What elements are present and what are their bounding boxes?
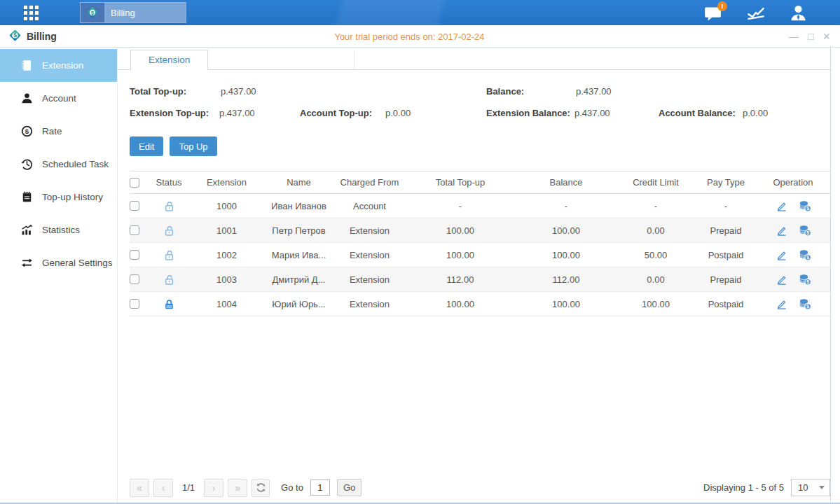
- first-page-button[interactable]: «: [130, 479, 149, 497]
- edit-icon[interactable]: [776, 200, 787, 212]
- cell-extension: 1003: [191, 274, 263, 285]
- cell-extension: 1004: [191, 299, 263, 309]
- svg-text:$: $: [806, 255, 809, 260]
- extension-topup-label: Extension Top-up:: [130, 108, 209, 118]
- tab-extension[interactable]: Extension: [130, 50, 208, 71]
- extension-topup-value: p.437.00: [219, 108, 255, 118]
- sidebar-item-label: Scheduled Task: [42, 159, 109, 169]
- topup-history-icon: [21, 191, 33, 203]
- topup-icon[interactable]: $: [799, 273, 811, 286]
- topup-icon[interactable]: $: [799, 298, 811, 310]
- table-row[interactable]: 1003 Дмитрий Д... Extension 112.00 112.0…: [130, 267, 830, 292]
- table-row[interactable]: 1000 Иван Иванов Account - - - - $: [130, 194, 830, 218]
- topup-icon[interactable]: $: [799, 248, 811, 261]
- cell-extension: 1000: [191, 201, 263, 211]
- minimize-icon[interactable]: —: [789, 31, 799, 41]
- cell-charged-from: Extension: [335, 225, 404, 236]
- sidebar-item-general-settings[interactable]: General Settings: [0, 246, 117, 279]
- svg-text:$: $: [25, 127, 29, 135]
- extension-table: Status Extension Name Charged From Total…: [130, 171, 830, 316]
- prev-page-button[interactable]: ‹: [153, 479, 173, 497]
- topup-icon[interactable]: $: [799, 224, 811, 237]
- page-size-select[interactable]: 10: [791, 479, 830, 496]
- cell-pay-type: Postpaid: [696, 250, 756, 260]
- maximize-icon[interactable]: □: [808, 31, 813, 41]
- notification-badge: !: [717, 1, 727, 11]
- sidebar-item-topup-history[interactable]: Top-up History: [0, 181, 117, 214]
- pagination-bar: « ‹ 1/1 › » Go to Go Displaying: [130, 478, 830, 497]
- account-icon: [21, 92, 33, 104]
- cell-pay-type: Prepaid: [696, 225, 756, 236]
- locked-icon: [147, 298, 191, 310]
- table-header: Status Extension Name Charged From Total…: [130, 171, 830, 194]
- sidebar: Extension Account $ Rate: [0, 48, 118, 503]
- resource-monitor-icon[interactable]: [746, 4, 765, 22]
- sidebar-item-statistics[interactable]: Statistics: [0, 214, 117, 246]
- chevron-down-icon: [819, 486, 825, 489]
- app-launcher-icon[interactable]: [24, 6, 40, 20]
- cell-total-topup: 100.00: [404, 250, 516, 260]
- account-balance-label: Account Balance:: [659, 108, 736, 118]
- sidebar-item-extension[interactable]: Extension: [0, 49, 117, 82]
- main-content: Extension Total Top-up: p.437.00 Balance…: [118, 48, 840, 503]
- row-checkbox[interactable]: [130, 274, 139, 284]
- cell-credit-limit: 0.00: [616, 225, 696, 236]
- user-account-icon[interactable]: [789, 4, 808, 22]
- row-checkbox[interactable]: [130, 201, 139, 211]
- cell-balance: 100.00: [516, 250, 616, 260]
- balance-label: Balance:: [486, 86, 524, 97]
- top-bar: $ Billing !: [0, 0, 840, 25]
- total-topup-label: Total Top-up:: [130, 86, 186, 97]
- cell-credit-limit: 0.00: [616, 274, 696, 285]
- svg-text:$: $: [806, 304, 809, 309]
- last-page-button[interactable]: »: [228, 479, 247, 497]
- messages-icon[interactable]: !: [703, 4, 722, 22]
- refresh-button[interactable]: [252, 479, 270, 497]
- row-checkbox[interactable]: [130, 225, 139, 235]
- sidebar-item-rate[interactable]: $ Rate: [0, 115, 117, 148]
- table-row[interactable]: 1004 Юрий Юрь... Extension 100.00 100.00…: [130, 292, 830, 316]
- cell-name: Иван Иванов: [263, 201, 335, 211]
- sidebar-item-label: Top-up History: [42, 192, 103, 202]
- edit-icon[interactable]: [776, 274, 787, 286]
- billing-app-tab[interactable]: $ Billing: [80, 2, 186, 23]
- table-row[interactable]: 1001 Петр Петров Extension 100.00 100.00…: [130, 218, 830, 243]
- cell-charged-from: Extension: [335, 250, 404, 260]
- unlocked-icon: [147, 274, 191, 286]
- svg-text:$: $: [806, 230, 809, 236]
- cell-balance: 100.00: [516, 299, 616, 309]
- row-checkbox[interactable]: [130, 299, 139, 309]
- col-total-topup: Total Top-up: [404, 177, 516, 188]
- edit-button[interactable]: Edit: [130, 136, 163, 156]
- total-topup-value: p.437.00: [221, 86, 256, 97]
- edit-icon[interactable]: [776, 225, 787, 237]
- row-checkbox[interactable]: [130, 250, 139, 260]
- cell-charged-from: Account: [335, 201, 404, 211]
- table-row[interactable]: 1002 Мария Ива... Extension 100.00 100.0…: [130, 243, 830, 267]
- svg-text:$: $: [806, 279, 809, 285]
- refresh-icon: [256, 482, 266, 493]
- cell-credit-limit: 100.00: [616, 299, 696, 309]
- topup-button[interactable]: Top Up: [170, 136, 216, 156]
- cell-charged-from: Extension: [335, 299, 404, 309]
- col-charged-from: Charged From: [335, 177, 404, 188]
- cell-name: Мария Ива...: [263, 250, 335, 260]
- go-button[interactable]: Go: [337, 479, 362, 496]
- select-all-checkbox[interactable]: [130, 178, 139, 188]
- cell-balance: -: [516, 201, 616, 211]
- cell-extension: 1002: [191, 250, 263, 260]
- next-page-button[interactable]: ›: [204, 479, 223, 497]
- edit-icon[interactable]: [776, 298, 787, 310]
- sidebar-item-account[interactable]: Account: [0, 82, 117, 115]
- cell-total-topup: 100.00: [404, 299, 516, 309]
- sidebar-item-label: Statistics: [42, 225, 80, 235]
- page-indicator: 1/1: [177, 482, 200, 493]
- topup-icon[interactable]: $: [799, 200, 811, 212]
- edit-icon[interactable]: [776, 249, 787, 261]
- cell-pay-type: Prepaid: [696, 274, 756, 285]
- close-icon[interactable]: ×: [822, 31, 830, 41]
- sidebar-item-label: Rate: [42, 126, 62, 136]
- sidebar-item-scheduled-task[interactable]: Scheduled Task: [0, 148, 117, 181]
- goto-page-input[interactable]: [310, 479, 330, 496]
- balance-summary: Total Top-up: p.437.00 Balance: p.437.00…: [118, 84, 840, 130]
